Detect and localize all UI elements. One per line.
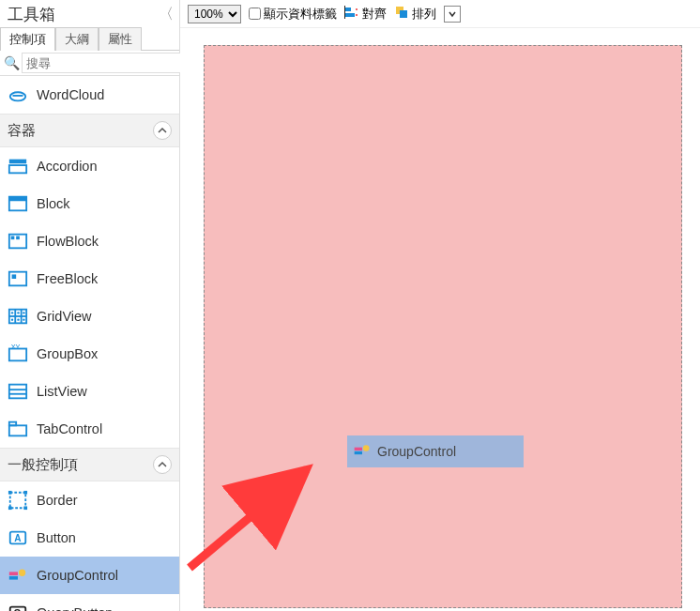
svg-rect-32 [10, 493, 26, 509]
chevron-up-icon [153, 455, 172, 474]
svg-rect-9 [9, 197, 26, 202]
search-icon: 🔍 [4, 55, 20, 70]
wordcloud-icon [8, 84, 28, 105]
align-button[interactable]: 對齊 [344, 5, 387, 23]
border-icon [8, 490, 28, 511]
item-label: Button [37, 530, 76, 545]
toolbox-sidebar: 工具箱 〈 控制項 大綱 屬性 🔍 WordCloud 容器 Accordion [0, 0, 180, 611]
toolbox-item-querybutton[interactable]: Q QueryButton [0, 594, 179, 611]
svg-point-22 [11, 318, 13, 320]
svg-rect-34 [23, 491, 27, 495]
freeblock-icon [8, 268, 28, 289]
designer-toolbar: 100% 顯示資料標籤 對齊 排列 [180, 0, 700, 28]
toolbar-more-dropdown[interactable] [444, 6, 461, 23]
svg-point-23 [17, 318, 19, 320]
toolbox-item-accordion[interactable]: Accordion [0, 147, 179, 185]
drag-ghost-label: GroupControl [377, 444, 456, 459]
svg-rect-45 [345, 13, 355, 17]
svg-rect-31 [9, 422, 16, 426]
querybutton-icon: Q [8, 603, 28, 611]
category-label: 一般控制項 [8, 456, 78, 474]
show-data-label-text: 顯示資料標籤 [264, 6, 337, 23]
drag-ghost-groupcontrol: GroupControl [347, 435, 524, 467]
design-surface[interactable]: GroupControl [204, 45, 682, 608]
gridview-icon [8, 306, 28, 327]
toolbox-item-gridview[interactable]: GridView [0, 298, 179, 335]
svg-rect-6 [9, 160, 26, 164]
item-label: Accordion [37, 159, 97, 174]
zoom-select[interactable]: 100% [188, 5, 241, 23]
svg-point-21 [23, 312, 24, 313]
item-label: GridView [37, 309, 92, 324]
collapse-sidebar-icon[interactable]: 〈 [159, 5, 174, 24]
svg-rect-12 [16, 237, 20, 240]
item-label: TabControl [37, 421, 102, 436]
svg-text:A: A [14, 533, 22, 543]
show-data-label-input[interactable] [249, 8, 261, 20]
search-input[interactable] [22, 53, 189, 73]
item-label: FreeBlock [37, 271, 98, 286]
category-containers[interactable]: 容器 [0, 114, 179, 147]
align-icon [344, 5, 359, 23]
toolbox-item-border[interactable]: Border [0, 481, 179, 519]
toolbox-item-tabcontrol[interactable]: TabControl [0, 410, 179, 448]
svg-text:XY: XY [11, 344, 21, 351]
svg-rect-5 [13, 95, 23, 97]
svg-rect-33 [8, 491, 12, 495]
toolbox-item-groupcontrol[interactable]: GroupControl [0, 557, 179, 594]
groupcontrol-icon [8, 565, 28, 586]
svg-point-48 [356, 14, 358, 16]
item-label: GroupControl [37, 568, 118, 583]
toolbox-item-listview[interactable]: ListView [0, 373, 179, 410]
canvas-viewport[interactable]: GroupControl [180, 28, 700, 611]
canvas-area: 100% 顯示資料標籤 對齊 排列 GroupControl [180, 0, 700, 611]
svg-point-53 [363, 445, 370, 451]
toolbox-item-freeblock[interactable]: FreeBlock [0, 260, 179, 298]
chevron-up-icon [153, 121, 172, 140]
category-label: 容器 [8, 122, 36, 140]
item-label: FlowBlock [37, 234, 99, 249]
toolbox-item-groupbox[interactable]: XY GroupBox [0, 335, 179, 373]
align-label: 對齊 [362, 6, 387, 23]
svg-rect-35 [8, 506, 12, 510]
button-icon: A [8, 527, 28, 548]
search-row: 🔍 [0, 51, 179, 76]
svg-rect-39 [9, 572, 18, 575]
item-label: Border [37, 493, 78, 508]
svg-rect-36 [23, 506, 27, 510]
svg-rect-30 [9, 425, 26, 435]
svg-point-19 [11, 312, 13, 313]
category-general-controls[interactable]: 一般控制項 [0, 448, 179, 481]
svg-rect-11 [11, 237, 15, 240]
toolbox-item-wordcloud[interactable]: WordCloud [0, 76, 179, 114]
svg-rect-7 [9, 165, 26, 173]
item-label: WordCloud [37, 87, 104, 102]
svg-rect-52 [355, 451, 362, 453]
toolbox-title: 工具箱 [8, 4, 55, 25]
item-label: GroupBox [37, 346, 98, 361]
svg-point-47 [356, 8, 358, 10]
toolbox-items: WordCloud 容器 Accordion Block FlowBlock F… [0, 76, 179, 611]
arrange-button[interactable]: 排列 [394, 5, 436, 23]
show-data-label-checkbox[interactable]: 顯示資料標籤 [249, 6, 337, 23]
svg-point-41 [19, 570, 25, 576]
tab-properties[interactable]: 屬性 [99, 27, 142, 51]
groupbox-icon: XY [8, 344, 28, 364]
arrange-icon [394, 5, 409, 23]
svg-rect-40 [9, 576, 18, 580]
svg-rect-50 [400, 10, 407, 18]
toolbox-item-block[interactable]: Block [0, 185, 179, 222]
arrange-label: 排列 [412, 6, 436, 23]
svg-rect-13 [9, 272, 26, 286]
tabcontrol-icon [8, 419, 28, 439]
svg-rect-51 [355, 447, 362, 450]
tab-outline[interactable]: 大綱 [55, 27, 99, 51]
svg-point-20 [17, 312, 19, 313]
svg-point-24 [23, 318, 24, 320]
item-label: QueryButton [37, 605, 113, 611]
toolbox-item-flowblock[interactable]: FlowBlock [0, 222, 179, 260]
tab-controls[interactable]: 控制項 [0, 27, 55, 51]
toolbox-tabs: 控制項 大綱 屬性 [0, 27, 179, 51]
toolbox-item-button[interactable]: A Button [0, 519, 179, 557]
item-label: Block [37, 196, 69, 211]
